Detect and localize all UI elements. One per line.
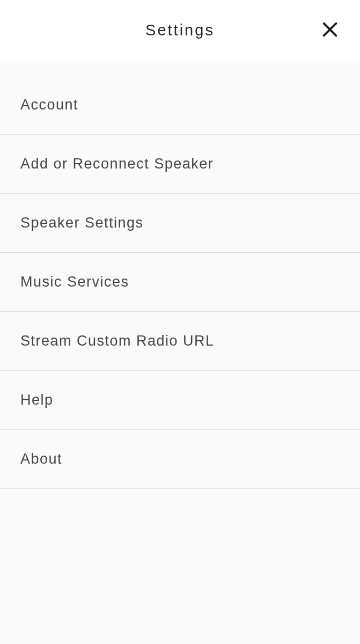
close-button[interactable]: [319, 20, 341, 41]
page-title: Settings: [145, 21, 215, 39]
settings-menu: Account Add or Reconnect Speaker Speaker…: [0, 61, 360, 489]
menu-item-label: Speaker Settings: [20, 215, 144, 231]
menu-item-label: About: [20, 451, 62, 467]
menu-item-label: Help: [20, 392, 54, 408]
menu-item-help[interactable]: Help: [0, 371, 360, 430]
menu-item-label: Account: [20, 97, 78, 113]
menu-item-label: Music Services: [20, 274, 129, 290]
menu-item-account[interactable]: Account: [0, 76, 360, 135]
close-icon: [321, 20, 339, 41]
menu-item-speaker-settings[interactable]: Speaker Settings: [0, 194, 360, 253]
menu-item-stream-url[interactable]: Stream Custom Radio URL: [0, 312, 360, 371]
menu-item-label: Add or Reconnect Speaker: [20, 156, 214, 172]
menu-item-add-speaker[interactable]: Add or Reconnect Speaker: [0, 135, 360, 194]
menu-item-music-services[interactable]: Music Services: [0, 253, 360, 312]
menu-item-label: Stream Custom Radio URL: [20, 333, 215, 349]
header: Settings: [0, 0, 360, 61]
menu-item-about[interactable]: About: [0, 430, 360, 489]
